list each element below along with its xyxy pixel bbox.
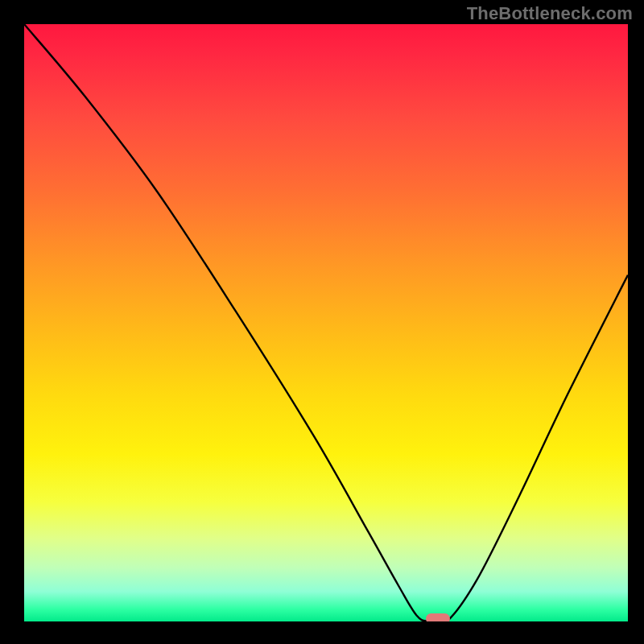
chart-frame: TheBottleneck.com [0, 0, 644, 644]
optimal-point-marker [426, 613, 450, 621]
plot-area [24, 24, 628, 621]
curve-path [24, 24, 628, 621]
bottleneck-curve [24, 24, 628, 621]
attribution-text: TheBottleneck.com [467, 3, 633, 24]
